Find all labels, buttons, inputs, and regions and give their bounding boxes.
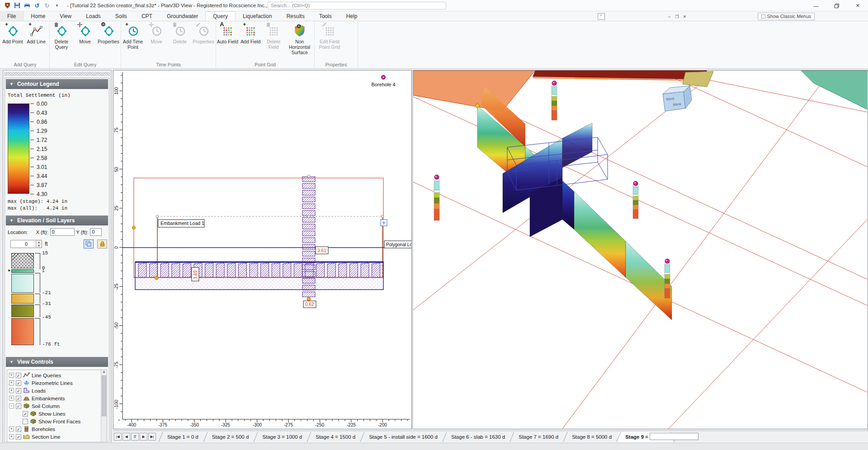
stage-tab-8[interactable]: Stage 8 = 5000 d: [565, 432, 618, 442]
sidebar-grip[interactable]: [4, 72, 110, 76]
add-time-point-button[interactable]: + Add Time Point: [121, 23, 145, 50]
collapse-triangle-icon: ▼: [9, 360, 14, 364]
scrollbar-thumb[interactable]: [102, 375, 106, 416]
expander-icon[interactable]: +: [9, 427, 14, 431]
expander-icon[interactable]: +: [9, 396, 14, 401]
redo-icon[interactable]: ↻: [43, 2, 51, 9]
snap-node-box[interactable]: [381, 220, 387, 226]
checkbox-unchecked[interactable]: [23, 419, 28, 424]
tab-cpt[interactable]: CPT: [134, 11, 160, 21]
plan-rulers: 100 75 50 25 0 -25 -50 -75 -100 -400 -37…: [114, 72, 410, 427]
checkbox-checked[interactable]: ✓: [16, 434, 21, 440]
contour-legend-header[interactable]: ▼ Contour Legend: [6, 79, 108, 89]
tab-tools[interactable]: Tools: [312, 11, 339, 21]
show-classic-menus-button[interactable]: Show Classic Menus: [758, 13, 815, 20]
stage-tab-bar: |◀ ◀ # ▶ ▶| Stage 1 = 0 d Stage 2 = 500 …: [113, 431, 868, 442]
three-d-view[interactable]: blank blank: [413, 70, 868, 429]
legend-title: Total Settlement (in): [5, 90, 109, 100]
move-query-button[interactable]: Move: [73, 23, 97, 44]
stage-tab-5[interactable]: Stage 5 - install side = 1600 d: [362, 432, 444, 442]
spinner-arrows-icon[interactable]: ▲▼: [36, 240, 42, 248]
tree-item-embankments[interactable]: + ✓ Embankments: [9, 394, 100, 402]
layers-view-button[interactable]: [84, 239, 94, 248]
expander-icon[interactable]: +: [9, 434, 14, 439]
last-stage-button[interactable]: ▶|: [148, 433, 156, 441]
stage-list-button[interactable]: #: [131, 433, 139, 441]
delete-query-button[interactable]: Delete Query: [50, 23, 73, 50]
soil-layer-orange: [11, 318, 34, 345]
add-line-button[interactable]: + Add Line: [24, 23, 48, 44]
legend-max-stage: max (stage): 4.24 in: [5, 199, 109, 204]
stage-tab-3[interactable]: Stage 3 = 1000 d: [255, 432, 309, 442]
checkbox-checked[interactable]: ✓: [16, 380, 21, 386]
next-stage-button[interactable]: ▶: [140, 433, 147, 441]
add-field-button[interactable]: + Add Field: [239, 23, 262, 44]
tree-item-loads[interactable]: + ✓ Loads: [9, 387, 100, 394]
tab-results[interactable]: Results: [279, 11, 312, 21]
child-restore-button[interactable]: ❐: [674, 14, 680, 19]
checkbox-checked[interactable]: ✓: [16, 396, 21, 401]
pin-ribbon-icon[interactable]: ⌃: [598, 13, 605, 20]
child-minimize-button[interactable]: –: [666, 14, 673, 19]
checkbox-checked[interactable]: ✓: [23, 411, 28, 417]
print-icon[interactable]: [24, 2, 31, 9]
checkbox-checked[interactable]: ✓: [16, 403, 21, 409]
minimize-button[interactable]: —: [806, 0, 826, 11]
expander-icon[interactable]: +: [9, 380, 14, 385]
stage-tab-6[interactable]: Stage 6 - slab = 1630 d: [444, 432, 512, 442]
checkbox-checked[interactable]: ✓: [16, 427, 21, 432]
tree-item-line-queries[interactable]: + ✓ Line Queries: [9, 371, 100, 379]
svg-text:-325: -325: [221, 422, 230, 427]
lock-button[interactable]: [97, 239, 107, 248]
tab-query[interactable]: Query: [205, 11, 236, 21]
prev-stage-button[interactable]: ◀: [123, 433, 130, 441]
tab-groundwater[interactable]: Groundwater: [160, 11, 205, 21]
tree-item-show-lines[interactable]: ✓ Show Lines: [9, 410, 100, 417]
stage-tab-1[interactable]: Stage 1 = 0 d: [160, 432, 205, 442]
tree-item-soil-column[interactable]: − ✓ Soil Column: [9, 402, 100, 410]
checkbox-checked[interactable]: ✓: [16, 373, 21, 378]
auto-field-button[interactable]: A Auto Field: [216, 23, 239, 44]
tab-liquefaction[interactable]: Liquefaction: [236, 11, 279, 21]
checkbox-checked[interactable]: ✓: [16, 388, 21, 394]
elevation-spinner[interactable]: 0 ▲▼: [10, 240, 42, 248]
tree-item-section-line[interactable]: + ✓ Section Line: [9, 433, 100, 441]
maximize-button[interactable]: [826, 0, 847, 11]
expander-icon[interactable]: +: [9, 373, 14, 378]
search-input[interactable]: Search... (Ctrl+Q): [268, 2, 446, 9]
embankment-label-box[interactable]: Embankment Load 1: [158, 220, 204, 227]
elevation-header[interactable]: ▼ Elevation / Soil Layers: [6, 216, 108, 225]
first-stage-button[interactable]: |◀: [114, 433, 122, 441]
add-point-button[interactable]: + Add Point: [1, 23, 24, 44]
tab-view[interactable]: View: [52, 11, 79, 21]
x-coordinate-input[interactable]: 0: [50, 228, 75, 236]
tree-item-piezometric-lines[interactable]: + ✓ Piezometric Lines: [9, 379, 100, 387]
close-button[interactable]: ✕: [847, 0, 868, 11]
qat-dropdown-icon[interactable]: ▼: [53, 2, 61, 9]
tree-scrollbar[interactable]: ▲▼: [101, 370, 107, 442]
tab-file[interactable]: File: [0, 11, 24, 21]
view-controls-header[interactable]: ▼ View Controls: [6, 357, 108, 367]
borehole-4-marker[interactable]: [382, 75, 386, 80]
undo-icon[interactable]: ↺: [33, 2, 41, 9]
non-horizontal-surface-button[interactable]: Non Horizontal Surface: [285, 23, 314, 55]
tab-soils[interactable]: Soils: [108, 11, 134, 21]
stage-tab-2[interactable]: Stage 2 = 500 d: [205, 432, 256, 442]
tree-item-boreholes[interactable]: + ✓ Boreholes: [9, 425, 100, 433]
save-icon[interactable]: [14, 2, 21, 9]
plan-view[interactable]: 100 75 50 25 0 -25 -50 -75 -100 -400 -37…: [113, 70, 412, 429]
child-close-button[interactable]: ✕: [682, 14, 688, 19]
stage-tab-4[interactable]: Stage 4 = 1500 d: [309, 432, 362, 442]
tab-help[interactable]: Help: [339, 11, 365, 21]
tree-item-show-front-faces[interactable]: Show Front Faces: [9, 417, 100, 425]
stage-tab-7[interactable]: Stage 7 = 1690 d: [512, 432, 565, 442]
tab-home[interactable]: Home: [24, 11, 52, 21]
query-properties-button[interactable]: ⚙ Properties: [97, 23, 120, 44]
load-band[interactable]: [134, 262, 383, 290]
tab-loads[interactable]: Loads: [79, 11, 108, 21]
polygonal-load-label-box[interactable]: Polygonal Loa: [384, 241, 411, 248]
y-coordinate-input[interactable]: 0: [90, 228, 102, 236]
expander-icon[interactable]: +: [9, 388, 14, 393]
expander-icon[interactable]: −: [9, 403, 14, 408]
svg-text:-50: -50: [114, 322, 119, 329]
